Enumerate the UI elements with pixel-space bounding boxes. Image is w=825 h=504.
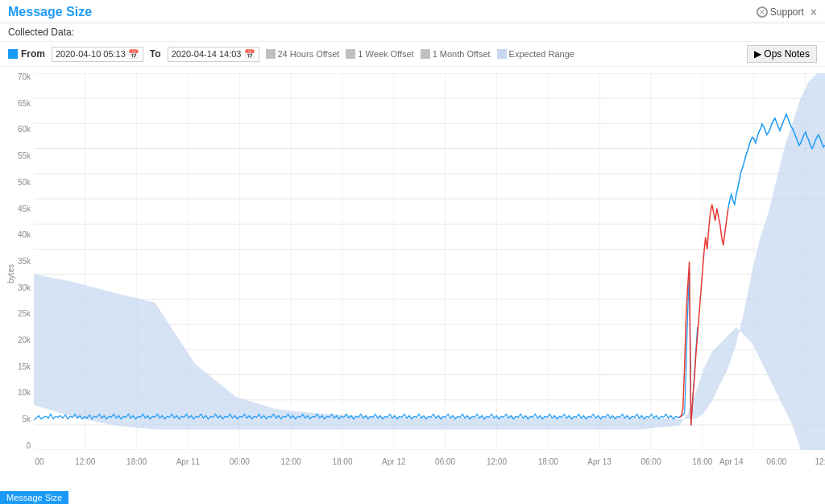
svg-text:06:00: 06:00 (641, 457, 661, 466)
y-label-30k: 30k (2, 284, 31, 292)
y-label-70k: 70k (2, 73, 31, 81)
support-icon: ✕ (757, 6, 768, 18)
chart-area: 70k 65k 60k 55k 50k 45k 40k 35k 30k 25k … (0, 67, 825, 474)
svg-text:06:00: 06:00 (435, 457, 455, 466)
page-title: Message Size (8, 5, 92, 19)
svg-text:12:00: 12:00 (815, 457, 825, 466)
y-label-50k: 50k (2, 179, 31, 187)
legend-box-24h (266, 49, 276, 59)
y-label-60k: 60k (2, 126, 31, 134)
from-label: From (8, 48, 45, 60)
ops-notes-button[interactable]: ▶ Ops Notes (747, 45, 817, 63)
legend-expected-range: Expected Range (497, 49, 574, 59)
svg-text:Apr 13: Apr 13 (587, 457, 611, 466)
y-label-15k: 15k (2, 363, 31, 371)
legend-box-1w (346, 49, 355, 59)
y-label-65k: 65k (2, 100, 31, 108)
svg-text:Apr 12: Apr 12 (382, 457, 406, 466)
top-right-controls: ✕ Support × (757, 6, 817, 19)
calendar-icon-from: 📅 (128, 49, 139, 60)
legend-1w: 1 Week Offset (346, 49, 413, 59)
chart-container: 70k 65k 60k 55k 50k 45k 40k 35k 30k 25k … (0, 73, 825, 474)
y-label-10k: 10k (2, 389, 31, 397)
y-label-45k: 45k (2, 205, 31, 213)
svg-text:18:00: 18:00 (126, 457, 147, 466)
collected-data-label: Collected Data: (0, 23, 825, 42)
expected-range-area (34, 73, 825, 450)
svg-text:18:00: 18:00 (332, 457, 352, 466)
from-date-input[interactable]: 2020-04-10 05:13 📅 (52, 47, 143, 62)
support-link[interactable]: ✕ Support (757, 6, 804, 18)
legend-24h: 24 Hours Offset (266, 49, 340, 59)
y-label-25k: 25k (2, 310, 31, 318)
legend-1m: 1 Month Offset (421, 49, 491, 59)
y-label-35k: 35k (2, 258, 31, 266)
svg-text:06:00: 06:00 (34, 457, 44, 466)
to-date-input[interactable]: 2020-04-14 14:03 📅 (168, 47, 259, 62)
y-axis: 70k 65k 60k 55k 50k 45k 40k 35k 30k 25k … (0, 73, 34, 450)
controls-left: From 2020-04-10 05:13 📅 To 2020-04-14 14… (8, 47, 574, 62)
top-bar: Message Size ✕ Support × (0, 0, 825, 23)
from-color-box (8, 49, 18, 59)
y-axis-title: bytes (6, 264, 15, 283)
chart-plot (34, 73, 825, 450)
to-label: To (150, 48, 161, 60)
y-label-40k: 40k (2, 231, 31, 239)
svg-text:06:00: 06:00 (766, 457, 786, 466)
controls-row: From 2020-04-10 05:13 📅 To 2020-04-14 14… (0, 42, 825, 67)
svg-text:Apr 11: Apr 11 (176, 457, 201, 466)
y-label-0: 0 (2, 442, 31, 450)
chart-svg (34, 73, 825, 450)
y-label-5k: 5k (2, 415, 31, 423)
svg-text:12:00: 12:00 (281, 457, 301, 466)
close-button[interactable]: × (810, 6, 817, 19)
svg-text:Apr 14: Apr 14 (719, 457, 744, 466)
calendar-icon-to: 📅 (244, 49, 255, 60)
svg-text:18:00: 18:00 (692, 457, 712, 466)
svg-text:12:00: 12:00 (487, 457, 507, 466)
svg-text:18:00: 18:00 (538, 457, 558, 466)
legend-box-er (497, 49, 507, 59)
bottom-tab[interactable]: Message Size (0, 491, 68, 504)
legend-box-1m (421, 49, 430, 59)
x-axis-svg: 06:00 12:00 18:00 Apr 11 06:00 12:00 18:… (34, 453, 825, 477)
y-label-55k: 55k (2, 152, 31, 160)
y-label-20k: 20k (2, 337, 31, 345)
x-axis: 06:00 12:00 18:00 Apr 11 06:00 12:00 18:… (34, 450, 825, 474)
svg-text:12:00: 12:00 (75, 457, 95, 466)
svg-text:06:00: 06:00 (230, 457, 250, 466)
